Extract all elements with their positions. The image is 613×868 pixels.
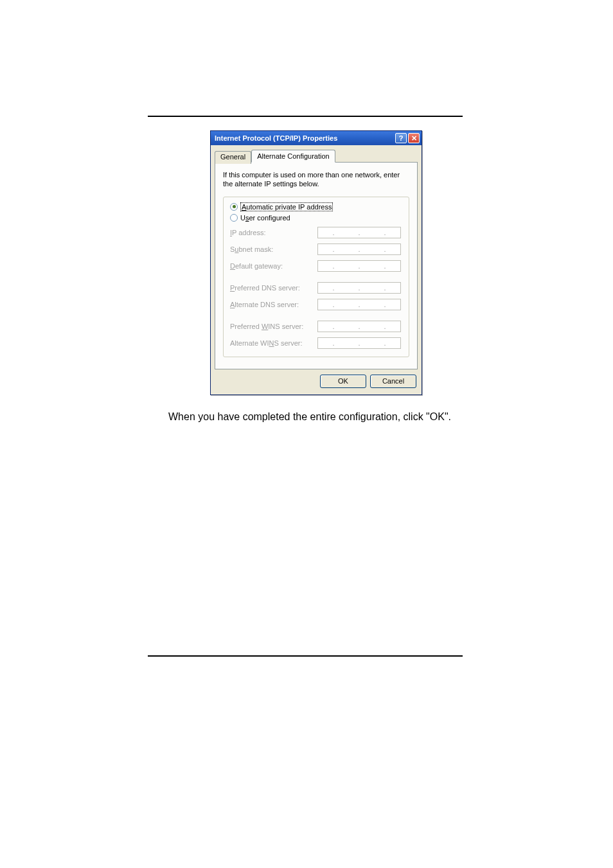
radio-automatic-private-ip[interactable]: Automatic private IP address	[230, 202, 402, 211]
radio-unchecked-icon	[230, 214, 238, 222]
close-button[interactable]: ✕	[408, 133, 420, 143]
tab-panel: If this computer is used on more than on…	[215, 162, 418, 369]
titlebar-buttons: ? ✕	[395, 133, 420, 143]
label-preferred-wins: Preferred WINS server:	[230, 323, 314, 330]
radio-user-label: User configured	[240, 214, 290, 222]
radio-auto-label: Automatic private IP address	[240, 202, 333, 211]
tab-alternate-configuration[interactable]: Alternate Configuration	[251, 150, 335, 163]
close-icon: ✕	[411, 134, 417, 143]
row-ip-address: IP address: ...	[230, 227, 402, 238]
tabs-area: General Alternate Configuration If this …	[211, 145, 422, 369]
row-subnet-mask: Subnet mask: ...	[230, 244, 402, 255]
label-alternate-wins: Alternate WINS server:	[230, 339, 314, 347]
cancel-button[interactable]: Cancel	[370, 375, 416, 388]
label-default-gateway: Default gateway:	[230, 262, 314, 270]
row-alternate-wins: Alternate WINS server: ...	[230, 337, 402, 349]
tab-general[interactable]: General	[215, 151, 251, 164]
row-alternate-dns: Alternate DNS server: ...	[230, 299, 402, 310]
input-alternate-dns: ...	[317, 299, 401, 310]
label-alternate-dns: Alternate DNS server:	[230, 301, 314, 308]
label-ip-address: IP address:	[230, 229, 314, 236]
label-preferred-dns: Preferred DNS server:	[230, 284, 314, 292]
input-default-gateway: ...	[317, 260, 401, 272]
ok-button[interactable]: OK	[320, 375, 366, 388]
page-bottom-divider	[148, 655, 463, 657]
tcpip-properties-dialog: Internet Protocol (TCP/IP) Properties ? …	[210, 130, 422, 395]
page-top-divider	[148, 116, 463, 117]
help-button[interactable]: ?	[395, 133, 407, 143]
input-preferred-wins: ...	[317, 321, 401, 332]
input-alternate-wins: ...	[317, 337, 401, 349]
dialog-button-row: OK Cancel	[211, 369, 422, 394]
description-text: If this computer is used on more than on…	[223, 170, 409, 189]
row-default-gateway: Default gateway: ...	[230, 260, 402, 272]
dialog-title: Internet Protocol (TCP/IP) Properties	[215, 134, 395, 142]
row-preferred-dns: Preferred DNS server: ...	[230, 282, 402, 294]
tabs: General Alternate Configuration	[215, 150, 418, 163]
label-subnet-mask: Subnet mask:	[230, 245, 314, 253]
input-preferred-dns: ...	[317, 282, 401, 294]
config-fieldset: Automatic private IP address User config…	[223, 197, 409, 357]
radio-user-configured[interactable]: User configured	[230, 214, 402, 222]
row-preferred-wins: Preferred WINS server: ...	[230, 321, 402, 332]
input-subnet-mask: ...	[317, 244, 401, 255]
radio-checked-icon	[230, 203, 238, 211]
caption-text: When you have completed the entire confi…	[168, 411, 451, 423]
input-ip-address: ...	[317, 227, 401, 238]
titlebar: Internet Protocol (TCP/IP) Properties ? …	[211, 131, 422, 145]
